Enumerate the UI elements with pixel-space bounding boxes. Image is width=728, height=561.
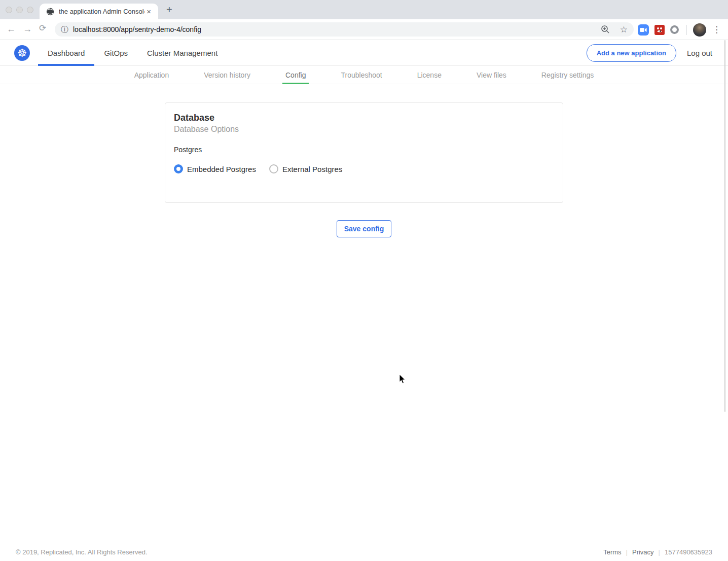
tab-registry-settings[interactable]: Registry settings	[538, 66, 597, 84]
nav-item-gitops[interactable]: GitOps	[94, 40, 137, 65]
field-label: Postgres	[174, 146, 554, 154]
browser-toolbar: ← → ⟳ ⓘ localhost:8000/app/sentry-demo-4…	[0, 19, 728, 40]
nav-item-cluster-management[interactable]: Cluster Management	[137, 40, 227, 65]
save-config-button[interactable]: Save config	[337, 220, 392, 237]
address-bar[interactable]: ⓘ localhost:8000/app/sentry-demo-4/confi…	[55, 22, 634, 37]
toolbar-divider	[686, 25, 687, 35]
window-controls	[6, 7, 33, 13]
tab-close-icon[interactable]: ×	[144, 7, 153, 16]
mouse-cursor	[399, 374, 406, 384]
group-title: Database	[174, 113, 554, 123]
url-text[interactable]: localhost:8000/app/sentry-demo-4/config	[73, 25, 601, 33]
privacy-link[interactable]: Privacy	[632, 548, 654, 556]
window-close-button[interactable]	[6, 7, 12, 13]
scrollbar[interactable]	[724, 40, 725, 412]
nav-item-dashboard[interactable]: Dashboard	[38, 40, 94, 65]
radio-option-embedded-postgres[interactable]: Embedded Postgres	[174, 164, 256, 173]
footer-separator: |	[659, 548, 660, 556]
footer-separator: |	[626, 548, 628, 556]
add-new-application-button[interactable]: Add a new application	[587, 44, 676, 62]
radio-label: External Postgres	[282, 165, 342, 173]
radio-unselected-icon[interactable]	[269, 164, 278, 173]
bookmark-star-icon[interactable]: ☆	[620, 24, 628, 35]
tab-label: License	[417, 71, 442, 79]
window-zoom-button[interactable]	[27, 7, 33, 13]
browser-menu-icon[interactable]: ⋮	[712, 24, 721, 35]
tab-label: Registry settings	[541, 71, 594, 79]
tab-label: Config	[285, 71, 306, 79]
tab-version-history[interactable]: Version history	[201, 66, 253, 84]
postgres-radio-group: Embedded Postgres External Postgres	[174, 164, 554, 173]
tab-config[interactable]: Config	[282, 66, 309, 84]
kubernetes-logo-icon: ☸	[14, 45, 30, 61]
red-extension-icon[interactable]	[654, 25, 665, 35]
copyright-text: © 2019, Replicated, Inc. All Rights Rese…	[16, 548, 148, 556]
nav-item-label: GitOps	[104, 49, 128, 57]
tab-application[interactable]: Application	[131, 66, 172, 84]
tab-view-files[interactable]: View files	[474, 66, 509, 84]
config-group-card: Database Database Options Postgres Embed…	[165, 102, 563, 203]
footer-links: Terms | Privacy | 1577490635923	[603, 548, 712, 556]
forward-icon[interactable]: →	[23, 24, 32, 33]
terms-link[interactable]: Terms	[603, 548, 621, 556]
reload-icon[interactable]: ⟳	[39, 24, 46, 32]
tab-title: the application Admin Console	[59, 8, 144, 15]
group-subtitle: Database Options	[174, 125, 554, 134]
video-camera-extension-icon[interactable]	[638, 24, 649, 36]
nav-item-label: Cluster Management	[147, 49, 217, 57]
new-tab-button[interactable]: +	[166, 5, 172, 15]
tab-label: Application	[134, 71, 169, 79]
tab-label: Version history	[204, 71, 250, 79]
logout-link[interactable]: Log out	[687, 49, 712, 57]
toolbar-right-area: ⋮	[638, 19, 728, 40]
tab-license[interactable]: License	[414, 66, 445, 84]
globe-favicon-icon	[46, 8, 54, 16]
radio-option-external-postgres[interactable]: External Postgres	[269, 164, 342, 173]
browser-profile-avatar[interactable]	[693, 23, 706, 37]
browser-tab-bar: the application Admin Console × +	[0, 0, 728, 19]
tab-troubleshoot[interactable]: Troubleshoot	[338, 66, 385, 84]
active-nav-underline	[38, 64, 94, 66]
back-icon[interactable]: ←	[7, 24, 16, 33]
gray-circle-extension-icon[interactable]	[670, 25, 679, 34]
config-page: Database Database Options Postgres Embed…	[0, 102, 728, 237]
page-zoom-icon[interactable]	[601, 25, 610, 34]
build-number: 1577490635923	[665, 548, 712, 556]
nav-item-label: Dashboard	[48, 49, 85, 57]
tab-label: Troubleshoot	[341, 71, 382, 79]
browser-tab[interactable]: the application Admin Console ×	[40, 4, 158, 19]
site-info-icon[interactable]: ⓘ	[61, 25, 68, 34]
tab-label: View files	[477, 71, 506, 79]
app-header: ☸ Dashboard GitOps Cluster Management Ad…	[0, 40, 728, 66]
radio-label: Embedded Postgres	[187, 165, 256, 173]
window-minimize-button[interactable]	[16, 7, 23, 13]
header-right: Add a new application Log out	[587, 44, 728, 62]
app-nav: Dashboard GitOps Cluster Management	[38, 40, 227, 65]
active-tab-underline	[282, 83, 309, 84]
page-footer: © 2019, Replicated, Inc. All Rights Rese…	[0, 543, 728, 561]
app-subnav: Application Version history Config Troub…	[0, 66, 728, 84]
radio-selected-icon[interactable]	[174, 164, 183, 173]
